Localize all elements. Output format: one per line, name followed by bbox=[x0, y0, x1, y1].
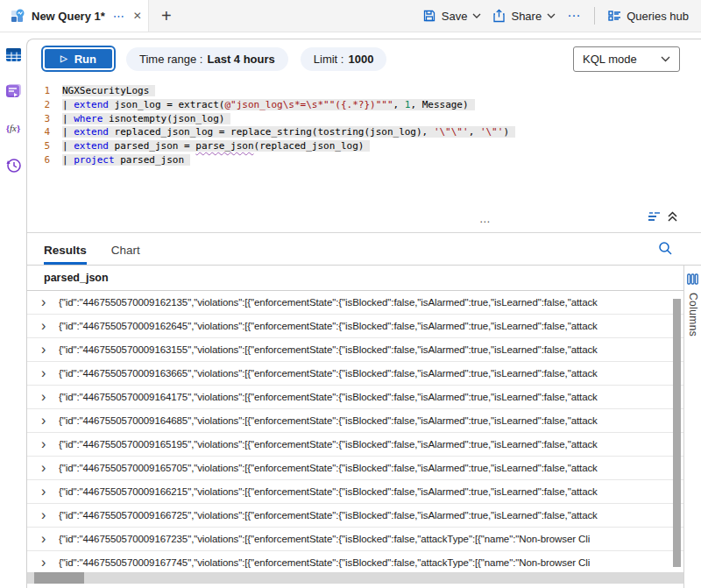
table-row[interactable]: ›{"id":"4467550570009163155","violations… bbox=[27, 338, 683, 362]
code-line[interactable]: 2| extend json_log = extract(@"json_log\… bbox=[27, 98, 701, 112]
adx-logo-icon bbox=[11, 9, 25, 24]
new-tab-button[interactable]: + bbox=[149, 0, 184, 32]
save-button[interactable]: Save bbox=[421, 5, 484, 26]
code-line[interactable]: 5| extend parsed_json = parse_json(repla… bbox=[27, 139, 701, 153]
actions-divider bbox=[594, 7, 595, 25]
table-row[interactable]: ›{"id":"4467550570009165195","violations… bbox=[27, 433, 683, 457]
queries-hub-button[interactable]: Queries hub bbox=[606, 6, 690, 26]
table-row[interactable]: ›{"id":"4467550570009165705","violations… bbox=[27, 457, 683, 480]
row-json-value: {"id":"4467550570009167745","violations"… bbox=[59, 557, 598, 568]
horizontal-scrollbar[interactable] bbox=[27, 572, 683, 584]
double-chevron-up-icon bbox=[667, 210, 678, 223]
code-text: | extend parsed_json = parse_json(replac… bbox=[62, 140, 370, 152]
row-expand-chevron-icon[interactable]: › bbox=[41, 555, 59, 570]
code-line[interactable]: 4| extend replaced_json_log = replace_st… bbox=[27, 125, 701, 139]
line-number: 1 bbox=[27, 84, 62, 98]
run-button[interactable]: ▷ Run bbox=[43, 47, 114, 70]
table-row[interactable]: ›{"id":"4467550570009163665","violations… bbox=[27, 362, 683, 386]
code-line[interactable]: 1NGXSecurityLogs bbox=[27, 84, 701, 98]
tab-chart[interactable]: Chart bbox=[111, 244, 140, 265]
code-text: | where isnotempty(json_log) bbox=[62, 113, 230, 124]
editor-results-splitter[interactable]: ⋯ bbox=[27, 209, 701, 233]
row-expand-chevron-icon[interactable]: › bbox=[41, 531, 59, 547]
query-toolbar: ▷ Run Time range : Last 4 hours Limit : … bbox=[27, 39, 701, 78]
results-list-icon bbox=[648, 210, 662, 223]
search-icon[interactable] bbox=[658, 241, 673, 256]
splitter-drag-handle[interactable]: ⋯ bbox=[479, 217, 492, 226]
tab-close-icon[interactable]: ✕ bbox=[133, 10, 142, 22]
table-row[interactable]: ›{"id":"4467550570009166725","violations… bbox=[27, 504, 683, 528]
row-json-value: {"id":"4467550570009162645","violations"… bbox=[59, 321, 606, 331]
code-text: NGXSecurityLogs bbox=[62, 85, 155, 96]
share-chevron-down-icon[interactable] bbox=[547, 13, 556, 18]
row-json-value: {"id":"4467550570009166215","violations"… bbox=[59, 486, 606, 497]
left-rail: {fx} bbox=[0, 32, 26, 588]
share-button[interactable]: Share bbox=[491, 5, 557, 26]
run-play-icon: ▷ bbox=[60, 54, 67, 63]
code-line[interactable]: 6| project parsed_json bbox=[27, 153, 701, 167]
row-expand-chevron-icon[interactable]: › bbox=[41, 460, 59, 476]
code-line[interactable]: 3| where isnotempty(json_log) bbox=[27, 112, 701, 126]
columns-panel-toggle[interactable]: Columns bbox=[683, 266, 701, 588]
row-expand-chevron-icon[interactable]: › bbox=[41, 413, 59, 429]
query-tab-title: New Query 1* bbox=[32, 10, 105, 23]
tab-menu-icon[interactable]: ⋯ bbox=[113, 10, 125, 23]
tabbar-actions: Save Share ⋯ bbox=[421, 0, 701, 32]
row-json-value: {"id":"4467550570009164685","violations"… bbox=[59, 415, 606, 426]
row-expand-chevron-icon[interactable]: › bbox=[41, 389, 59, 405]
row-expand-chevron-icon[interactable]: › bbox=[41, 342, 59, 358]
row-json-value: {"id":"4467550570009166725","violations"… bbox=[59, 510, 606, 521]
row-expand-chevron-icon[interactable]: › bbox=[41, 318, 59, 334]
line-number: 5 bbox=[27, 139, 62, 153]
table-row[interactable]: ›{"id":"4467550570009164685","violations… bbox=[27, 409, 683, 433]
row-expand-chevron-icon[interactable]: › bbox=[41, 294, 59, 310]
queries-hub-label: Queries hub bbox=[627, 10, 689, 23]
query-tab[interactable]: New Query 1* ⋯ ✕ bbox=[0, 0, 149, 32]
kql-mode-select[interactable]: KQL mode bbox=[573, 46, 680, 72]
tab-results[interactable]: Results bbox=[44, 244, 87, 265]
time-range-picker[interactable]: Time range : Last 4 hours bbox=[126, 47, 288, 71]
row-expand-chevron-icon[interactable]: › bbox=[41, 484, 59, 499]
table-row[interactable]: ›{"id":"4467550570009166215","violations… bbox=[27, 480, 683, 504]
save-chevron-down-icon[interactable] bbox=[472, 13, 481, 18]
more-actions-button[interactable]: ⋯ bbox=[565, 4, 583, 27]
code-text: | extend replaced_json_log = replace_str… bbox=[62, 126, 515, 138]
saved-scripts-icon[interactable] bbox=[0, 76, 26, 106]
kql-code-editor[interactable]: 1NGXSecurityLogs2| extend json_log = ext… bbox=[27, 78, 701, 209]
row-expand-chevron-icon[interactable]: › bbox=[41, 365, 59, 381]
share-label: Share bbox=[511, 10, 542, 23]
share-icon bbox=[492, 9, 506, 23]
table-row[interactable]: ›{"id":"4467550570009167745","violations… bbox=[27, 551, 683, 575]
limit-value: 1000 bbox=[348, 53, 373, 66]
line-number: 6 bbox=[27, 153, 62, 167]
queries-hub-icon bbox=[608, 10, 621, 22]
save-label: Save bbox=[442, 10, 468, 23]
line-number: 2 bbox=[27, 98, 62, 112]
horizontal-scrollbar-thumb[interactable] bbox=[34, 572, 84, 584]
save-icon bbox=[422, 9, 436, 23]
kql-mode-chevron-down-icon bbox=[661, 56, 670, 62]
table-row[interactable]: ›{"id":"4467550570009162645","violations… bbox=[27, 315, 683, 338]
table-row[interactable]: ›{"id":"4467550570009167235","violations… bbox=[27, 528, 683, 551]
row-json-value: {"id":"4467550570009162135","violations"… bbox=[59, 297, 606, 308]
results-tab-strip: Results Chart bbox=[27, 233, 701, 266]
limit-label: Limit : bbox=[314, 53, 344, 66]
table-row[interactable]: ›{"id":"4467550570009162135","violations… bbox=[27, 291, 683, 315]
limit-picker[interactable]: Limit : 1000 bbox=[301, 47, 387, 71]
kql-mode-value: KQL mode bbox=[583, 53, 637, 66]
row-expand-chevron-icon[interactable]: › bbox=[41, 507, 59, 523]
row-json-value: {"id":"4467550570009163155","violations"… bbox=[59, 344, 606, 355]
column-header-parsed-json[interactable]: parsed_json bbox=[27, 266, 683, 291]
columns-icon bbox=[687, 273, 698, 285]
columns-panel-label: Columns bbox=[687, 293, 699, 337]
connections-table-icon[interactable] bbox=[0, 39, 26, 69]
time-range-value: Last 4 hours bbox=[207, 53, 274, 66]
code-lines: 1NGXSecurityLogs2| extend json_log = ext… bbox=[27, 84, 701, 167]
tab-bar: New Query 1* ⋯ ✕ + Save bbox=[0, 0, 701, 32]
collapse-editor-button[interactable] bbox=[648, 210, 678, 223]
query-history-icon[interactable] bbox=[0, 150, 26, 180]
row-expand-chevron-icon[interactable]: › bbox=[41, 436, 59, 452]
vertical-scrollbar[interactable] bbox=[673, 299, 681, 567]
functions-icon[interactable]: {fx} bbox=[0, 113, 26, 143]
table-row[interactable]: ›{"id":"4467550570009164175","violations… bbox=[27, 386, 683, 409]
